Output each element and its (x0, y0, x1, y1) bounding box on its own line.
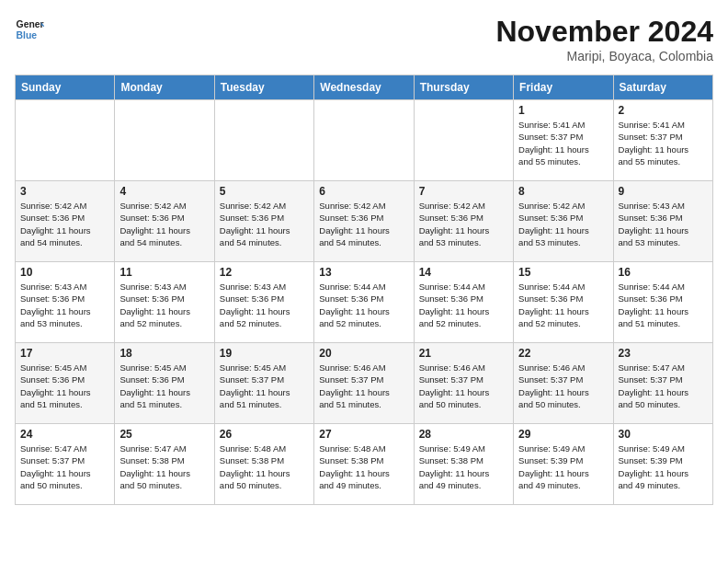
calendar-cell: 29Sunrise: 5:49 AM Sunset: 5:39 PM Dayli… (514, 424, 613, 505)
calendar-week-1: 1Sunrise: 5:41 AM Sunset: 5:37 PM Daylig… (16, 100, 713, 181)
calendar-cell: 19Sunrise: 5:45 AM Sunset: 5:37 PM Dayli… (214, 343, 313, 424)
month-title: November 2024 (495, 15, 713, 49)
calendar-week-2: 3Sunrise: 5:42 AM Sunset: 5:36 PM Daylig… (16, 181, 713, 262)
calendar-cell: 9Sunrise: 5:43 AM Sunset: 5:36 PM Daylig… (613, 181, 712, 262)
day-number: 16 (619, 266, 708, 279)
day-info: Sunrise: 5:44 AM Sunset: 5:36 PM Dayligh… (619, 281, 708, 329)
logo: General Blue (15, 15, 44, 44)
day-number: 29 (518, 428, 608, 441)
day-info: Sunrise: 5:42 AM Sunset: 5:36 PM Dayligh… (518, 200, 608, 248)
day-info: Sunrise: 5:42 AM Sunset: 5:36 PM Dayligh… (220, 200, 309, 248)
day-number: 15 (518, 266, 608, 279)
day-number: 20 (319, 347, 408, 360)
calendar-cell: 2Sunrise: 5:41 AM Sunset: 5:37 PM Daylig… (613, 100, 712, 181)
day-number: 26 (220, 428, 309, 441)
day-info: Sunrise: 5:45 AM Sunset: 5:36 PM Dayligh… (20, 362, 109, 410)
calendar-cell: 26Sunrise: 5:48 AM Sunset: 5:38 PM Dayli… (214, 424, 313, 505)
day-info: Sunrise: 5:46 AM Sunset: 5:37 PM Dayligh… (319, 362, 408, 410)
calendar-cell: 4Sunrise: 5:42 AM Sunset: 5:36 PM Daylig… (115, 181, 214, 262)
calendar-cell (414, 100, 513, 181)
day-number: 24 (20, 428, 109, 441)
calendar-cell: 30Sunrise: 5:49 AM Sunset: 5:39 PM Dayli… (613, 424, 712, 505)
day-info: Sunrise: 5:48 AM Sunset: 5:38 PM Dayligh… (220, 442, 309, 491)
calendar-cell: 16Sunrise: 5:44 AM Sunset: 5:36 PM Dayli… (613, 262, 712, 343)
day-number: 10 (20, 266, 109, 279)
day-info: Sunrise: 5:44 AM Sunset: 5:36 PM Dayligh… (419, 281, 508, 329)
calendar-cell: 11Sunrise: 5:43 AM Sunset: 5:36 PM Dayli… (115, 262, 214, 343)
day-number: 21 (419, 347, 508, 360)
calendar-cell: 10Sunrise: 5:43 AM Sunset: 5:36 PM Dayli… (16, 262, 115, 343)
logo-icon: General Blue (15, 15, 44, 44)
day-info: Sunrise: 5:41 AM Sunset: 5:37 PM Dayligh… (518, 119, 608, 167)
day-number: 14 (419, 266, 508, 279)
calendar-week-4: 17Sunrise: 5:45 AM Sunset: 5:36 PM Dayli… (16, 343, 713, 424)
day-number: 12 (220, 266, 309, 279)
day-number: 11 (119, 266, 209, 279)
day-info: Sunrise: 5:41 AM Sunset: 5:37 PM Dayligh… (619, 119, 708, 167)
calendar-cell (115, 100, 214, 181)
calendar-cell: 20Sunrise: 5:46 AM Sunset: 5:37 PM Dayli… (314, 343, 414, 424)
calendar-cell: 7Sunrise: 5:42 AM Sunset: 5:36 PM Daylig… (414, 181, 513, 262)
day-info: Sunrise: 5:44 AM Sunset: 5:36 PM Dayligh… (319, 281, 408, 329)
day-info: Sunrise: 5:43 AM Sunset: 5:36 PM Dayligh… (220, 281, 309, 329)
day-number: 6 (319, 185, 408, 198)
day-info: Sunrise: 5:47 AM Sunset: 5:37 PM Dayligh… (20, 442, 109, 491)
day-info: Sunrise: 5:42 AM Sunset: 5:36 PM Dayligh… (319, 200, 408, 248)
calendar-cell: 21Sunrise: 5:46 AM Sunset: 5:37 PM Dayli… (414, 343, 513, 424)
calendar-cell: 5Sunrise: 5:42 AM Sunset: 5:36 PM Daylig… (214, 181, 313, 262)
day-number: 17 (20, 347, 109, 360)
calendar-cell: 8Sunrise: 5:42 AM Sunset: 5:36 PM Daylig… (514, 181, 613, 262)
weekday-header-tuesday: Tuesday (214, 75, 313, 100)
calendar-cell: 13Sunrise: 5:44 AM Sunset: 5:36 PM Dayli… (314, 262, 414, 343)
calendar-cell: 27Sunrise: 5:48 AM Sunset: 5:38 PM Dayli… (314, 424, 414, 505)
weekday-header-thursday: Thursday (414, 75, 513, 100)
calendar-cell (214, 100, 313, 181)
calendar-week-3: 10Sunrise: 5:43 AM Sunset: 5:36 PM Dayli… (16, 262, 713, 343)
day-number: 7 (419, 185, 508, 198)
calendar-cell (314, 100, 414, 181)
day-number: 1 (518, 104, 608, 117)
day-number: 13 (319, 266, 408, 279)
day-info: Sunrise: 5:43 AM Sunset: 5:36 PM Dayligh… (619, 200, 708, 248)
calendar-cell: 18Sunrise: 5:45 AM Sunset: 5:36 PM Dayli… (115, 343, 214, 424)
day-number: 9 (619, 185, 708, 198)
location-subtitle: Maripi, Boyaca, Colombia (495, 49, 713, 63)
calendar-cell: 25Sunrise: 5:47 AM Sunset: 5:38 PM Dayli… (115, 424, 214, 505)
calendar-week-5: 24Sunrise: 5:47 AM Sunset: 5:37 PM Dayli… (16, 424, 713, 505)
day-info: Sunrise: 5:42 AM Sunset: 5:36 PM Dayligh… (20, 200, 109, 248)
day-number: 19 (220, 347, 309, 360)
page-header: General Blue November 2024 Maripi, Boyac… (15, 15, 713, 63)
calendar-cell: 3Sunrise: 5:42 AM Sunset: 5:36 PM Daylig… (16, 181, 115, 262)
day-number: 28 (419, 428, 508, 441)
day-number: 22 (518, 347, 608, 360)
calendar-cell: 24Sunrise: 5:47 AM Sunset: 5:37 PM Dayli… (16, 424, 115, 505)
day-number: 23 (619, 347, 708, 360)
day-info: Sunrise: 5:43 AM Sunset: 5:36 PM Dayligh… (20, 281, 109, 329)
day-number: 27 (319, 428, 408, 441)
day-info: Sunrise: 5:46 AM Sunset: 5:37 PM Dayligh… (419, 362, 508, 410)
weekday-header-sunday: Sunday (16, 75, 115, 100)
svg-text:Blue: Blue (17, 30, 38, 40)
calendar-cell: 17Sunrise: 5:45 AM Sunset: 5:36 PM Dayli… (16, 343, 115, 424)
day-info: Sunrise: 5:42 AM Sunset: 5:36 PM Dayligh… (419, 200, 508, 248)
day-info: Sunrise: 5:43 AM Sunset: 5:36 PM Dayligh… (119, 281, 209, 329)
day-number: 5 (220, 185, 309, 198)
day-info: Sunrise: 5:48 AM Sunset: 5:38 PM Dayligh… (319, 442, 408, 491)
calendar-body: 1Sunrise: 5:41 AM Sunset: 5:37 PM Daylig… (16, 100, 713, 505)
title-block: November 2024 Maripi, Boyaca, Colombia (495, 15, 713, 63)
weekday-header-saturday: Saturday (613, 75, 712, 100)
calendar-cell: 14Sunrise: 5:44 AM Sunset: 5:36 PM Dayli… (414, 262, 513, 343)
day-info: Sunrise: 5:46 AM Sunset: 5:37 PM Dayligh… (518, 362, 608, 410)
day-info: Sunrise: 5:45 AM Sunset: 5:36 PM Dayligh… (119, 362, 209, 410)
day-info: Sunrise: 5:49 AM Sunset: 5:39 PM Dayligh… (518, 442, 608, 491)
calendar-table: SundayMondayTuesdayWednesdayThursdayFrid… (15, 75, 713, 505)
weekday-header-wednesday: Wednesday (314, 75, 414, 100)
day-info: Sunrise: 5:47 AM Sunset: 5:38 PM Dayligh… (119, 442, 209, 491)
weekday-header-friday: Friday (514, 75, 613, 100)
calendar-cell: 15Sunrise: 5:44 AM Sunset: 5:36 PM Dayli… (514, 262, 613, 343)
calendar-cell: 6Sunrise: 5:42 AM Sunset: 5:36 PM Daylig… (314, 181, 414, 262)
day-info: Sunrise: 5:45 AM Sunset: 5:37 PM Dayligh… (220, 362, 309, 410)
weekday-header-monday: Monday (115, 75, 214, 100)
day-info: Sunrise: 5:49 AM Sunset: 5:38 PM Dayligh… (419, 442, 508, 491)
day-info: Sunrise: 5:44 AM Sunset: 5:36 PM Dayligh… (518, 281, 608, 329)
